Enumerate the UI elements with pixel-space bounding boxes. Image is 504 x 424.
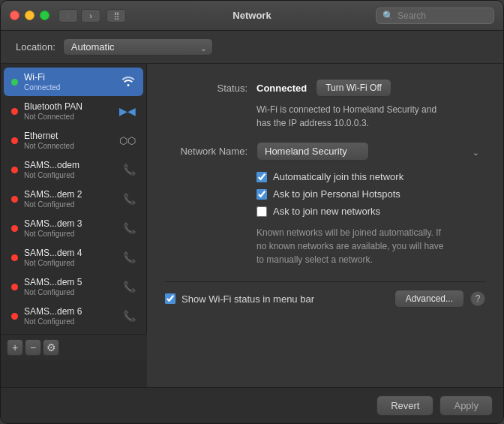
auto-join-checkbox-row[interactable]: Automatically join this network <box>256 171 485 182</box>
apply-button[interactable]: Apply <box>440 395 493 416</box>
join-new-checkbox[interactable] <box>256 206 267 217</box>
forward-button[interactable]: › <box>81 9 100 23</box>
sidebar: Wi-Fi Connected Blueto <box>1 64 147 334</box>
network-name-row: Network Name: Homeland Security Other... <box>165 142 485 161</box>
network-name-select[interactable]: Homeland Security Other... <box>256 142 369 161</box>
sidebar-item-sams5[interactable]: SAMS...dem 5 Not Configured 📞 <box>4 272 143 301</box>
sams4-network-info: SAMS...dem 4 Not Configured <box>24 248 117 267</box>
search-icon: 🔍 <box>382 11 394 21</box>
remove-network-button[interactable]: − <box>25 339 41 356</box>
join-hotspots-checkbox-row[interactable]: Ask to join Personal Hotspots <box>256 188 485 200</box>
bluetooth-icon: ▶◀ <box>119 105 136 117</box>
ethernet-icon: ⬡⬡ <box>119 135 136 146</box>
sams2-status: Not Configured <box>24 200 117 209</box>
sidebar-item-sams3[interactable]: SAMS...dem 3 Not Configured 📞 <box>4 214 143 242</box>
sams2-network-info: SAMS...dem 2 Not Configured <box>24 189 117 209</box>
location-bar: Location: Automatic Edit Locations... <box>1 31 503 64</box>
bluetooth-name: Bluetooth PAN <box>24 101 113 112</box>
checkboxes: Automatically join this network Ask to j… <box>256 171 485 217</box>
sams5-network-info: SAMS...dem 5 Not Configured <box>24 277 117 296</box>
sams4-status: Not Configured <box>24 259 117 267</box>
join-hotspots-label: Ask to join Personal Hotspots <box>273 188 400 200</box>
sams1-status-dot <box>11 167 18 173</box>
sams6-status-dot <box>11 313 18 320</box>
maximize-button[interactable] <box>40 11 50 20</box>
ethernet-status-dot <box>11 137 18 144</box>
sidebar-item-sams6[interactable]: SAMS...dem 6 Not Configured 📞 <box>4 302 143 330</box>
sams6-network-info: SAMS...dem 6 Not Configured <box>24 306 117 326</box>
sams6-icon: 📞 <box>123 310 136 322</box>
sidebar-item-bluetooth[interactable]: Bluetooth PAN Not Connected ▶◀ <box>4 97 143 125</box>
join-new-label: Ask to join new networks <box>273 206 380 217</box>
sams3-status: Not Configured <box>24 230 117 238</box>
ethernet-name: Ethernet <box>24 131 113 141</box>
join-hotspots-checkbox[interactable] <box>256 189 267 200</box>
main-content: Wi-Fi Connected Blueto <box>1 64 503 387</box>
sidebar-item-wifi[interactable]: Wi-Fi Connected <box>4 68 143 96</box>
join-new-checkbox-row[interactable]: Ask to join new networks <box>256 206 485 217</box>
traffic-lights <box>10 11 50 20</box>
sams2-status-dot <box>11 196 18 203</box>
sams5-status: Not Configured <box>24 288 117 296</box>
help-button[interactable]: ? <box>470 291 485 306</box>
status-value: Connected <box>256 83 307 94</box>
sams3-network-info: SAMS...dem 3 Not Configured <box>24 218 117 238</box>
sams2-name: SAMS...dem 2 <box>24 189 117 200</box>
gear-button[interactable]: ⚙ <box>43 339 59 356</box>
sidebar-left: Wi-Fi Connected Blueto <box>1 64 147 387</box>
status-key: Status: <box>165 83 248 94</box>
sams4-status-dot <box>11 254 18 261</box>
bluetooth-status: Not Connected <box>24 113 113 121</box>
panel-content: Status: Connected Turn Wi-Fi Off Wi-Fi i… <box>165 79 485 387</box>
sams4-icon: 📞 <box>123 251 136 263</box>
sams5-status-dot <box>11 284 18 290</box>
ethernet-status: Not Connected <box>24 142 113 150</box>
wifi-status: Connected <box>24 83 115 92</box>
wifi-network-info: Wi-Fi Connected <box>24 72 115 92</box>
sams5-icon: 📞 <box>123 281 136 293</box>
nav-buttons: ‹ › ⣿ <box>58 9 126 23</box>
grid-button[interactable]: ⣿ <box>106 9 126 23</box>
sams3-name: SAMS...dem 3 <box>24 218 117 229</box>
wifi-name: Wi-Fi <box>24 72 115 83</box>
location-label: Location: <box>16 41 56 53</box>
networks-info: Known networks will be joined automatica… <box>256 226 485 266</box>
sams1-status: Not Configured <box>24 171 117 179</box>
network-name-key: Network Name: <box>165 146 248 157</box>
sams3-status-dot <box>11 225 18 232</box>
titlebar: ‹ › ⣿ Network 🔍 <box>1 1 503 31</box>
minimize-button[interactable] <box>25 11 34 20</box>
sams1-name: SAMS...odem <box>24 160 117 170</box>
sidebar-item-sams1[interactable]: SAMS...odem Not Configured 📞 <box>4 155 143 184</box>
revert-button[interactable]: Revert <box>376 395 434 416</box>
bottom-bar: Show Wi-Fi status in menu bar Advanced..… <box>165 281 485 318</box>
sams2-icon: 📞 <box>123 193 136 205</box>
close-button[interactable] <box>10 11 20 20</box>
sidebar-item-sams2[interactable]: SAMS...dem 2 Not Configured 📞 <box>4 185 143 213</box>
sams1-icon: 📞 <box>123 164 136 176</box>
sams3-icon: 📞 <box>123 222 136 234</box>
sams6-status: Not Configured <box>24 317 117 326</box>
add-network-button[interactable]: + <box>7 339 23 356</box>
footer: Revert Apply <box>1 387 503 423</box>
search-input[interactable] <box>398 11 488 21</box>
sidebar-item-sams4[interactable]: SAMS...dem 4 Not Configured 📞 <box>4 243 143 272</box>
status-description: Wi-Fi is connected to Homeland Security … <box>256 103 485 130</box>
location-select[interactable]: Automatic Edit Locations... <box>63 38 213 56</box>
turn-wifi-off-button[interactable]: Turn Wi-Fi Off <box>316 79 392 97</box>
sidebar-item-ethernet[interactable]: Ethernet Not Connected ⬡⬡ <box>4 126 143 155</box>
show-wifi-checkbox[interactable] <box>165 293 176 304</box>
advanced-button[interactable]: Advanced... <box>394 290 464 308</box>
back-button[interactable]: ‹ <box>58 9 78 23</box>
auto-join-label: Automatically join this network <box>273 171 404 182</box>
bluetooth-network-info: Bluetooth PAN Not Connected <box>24 101 113 121</box>
location-select-wrapper: Automatic Edit Locations... <box>63 38 213 56</box>
sidebar-controls: + − ⚙ <box>1 334 147 360</box>
wifi-icon <box>121 74 136 89</box>
ethernet-network-info: Ethernet Not Connected <box>24 131 113 150</box>
right-panel: Status: Connected Turn Wi-Fi Off Wi-Fi i… <box>147 64 503 387</box>
bluetooth-status-dot <box>11 108 18 115</box>
auto-join-checkbox[interactable] <box>256 172 267 182</box>
wifi-status-dot <box>11 79 18 86</box>
sams5-name: SAMS...dem 5 <box>24 277 117 287</box>
